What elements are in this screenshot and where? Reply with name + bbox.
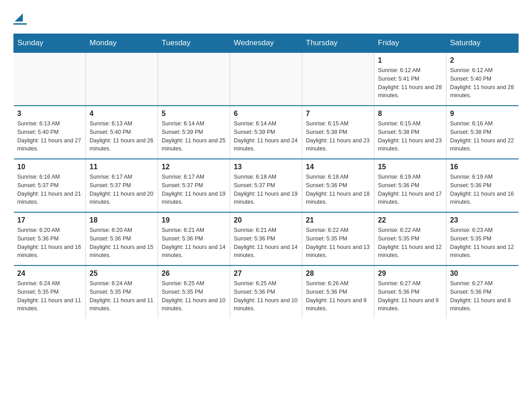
day-number: 1 xyxy=(378,56,442,64)
calendar-cell: 18 Sunrise: 6:20 AMSunset: 5:36 PMDaylig… xyxy=(86,212,158,265)
calendar-cell: 8 Sunrise: 6:15 AMSunset: 5:38 PMDayligh… xyxy=(374,106,446,159)
calendar-week-row: 24 Sunrise: 6:24 AMSunset: 5:35 PMDaylig… xyxy=(14,265,519,318)
calendar-cell xyxy=(158,52,230,106)
day-info: Sunrise: 6:23 AMSunset: 5:35 PMDaylight:… xyxy=(450,226,515,260)
logo xyxy=(13,13,29,25)
calendar-cell xyxy=(230,52,302,106)
day-info: Sunrise: 6:19 AMSunset: 5:36 PMDaylight:… xyxy=(378,173,442,206)
weekday-header-sunday: Sunday xyxy=(14,34,86,53)
day-number: 20 xyxy=(234,216,298,224)
calendar-cell: 1 Sunrise: 6:12 AMSunset: 5:41 PMDayligh… xyxy=(374,52,446,106)
day-info: Sunrise: 6:13 AMSunset: 5:40 PMDaylight:… xyxy=(90,120,154,153)
calendar-cell: 17 Sunrise: 6:20 AMSunset: 5:36 PMDaylig… xyxy=(14,212,86,265)
calendar-cell: 11 Sunrise: 6:17 AMSunset: 5:37 PMDaylig… xyxy=(86,159,158,212)
calendar-cell: 3 Sunrise: 6:13 AMSunset: 5:40 PMDayligh… xyxy=(14,106,86,159)
calendar-cell: 24 Sunrise: 6:24 AMSunset: 5:35 PMDaylig… xyxy=(14,265,86,318)
day-info: Sunrise: 6:26 AMSunset: 5:36 PMDaylight:… xyxy=(306,279,370,313)
day-number: 25 xyxy=(90,270,154,278)
day-number: 28 xyxy=(306,270,370,278)
day-number: 6 xyxy=(234,110,298,118)
day-number: 4 xyxy=(90,110,154,118)
day-info: Sunrise: 6:25 AMSunset: 5:36 PMDaylight:… xyxy=(234,279,298,313)
calendar-cell: 19 Sunrise: 6:21 AMSunset: 5:36 PMDaylig… xyxy=(158,212,230,265)
day-info: Sunrise: 6:14 AMSunset: 5:39 PMDaylight:… xyxy=(234,120,298,153)
day-info: Sunrise: 6:13 AMSunset: 5:40 PMDaylight:… xyxy=(17,120,82,153)
day-number: 21 xyxy=(306,216,370,224)
day-info: Sunrise: 6:22 AMSunset: 5:35 PMDaylight:… xyxy=(378,226,442,260)
calendar-cell: 28 Sunrise: 6:26 AMSunset: 5:36 PMDaylig… xyxy=(302,265,374,318)
calendar-cell: 16 Sunrise: 6:19 AMSunset: 5:36 PMDaylig… xyxy=(446,159,519,212)
calendar-cell xyxy=(14,52,86,106)
day-info: Sunrise: 6:12 AMSunset: 5:40 PMDaylight:… xyxy=(450,66,515,100)
calendar-cell: 6 Sunrise: 6:14 AMSunset: 5:39 PMDayligh… xyxy=(230,106,302,159)
calendar-cell: 29 Sunrise: 6:27 AMSunset: 5:36 PMDaylig… xyxy=(374,265,446,318)
day-info: Sunrise: 6:12 AMSunset: 5:41 PMDaylight:… xyxy=(378,66,442,100)
day-number: 17 xyxy=(17,216,82,224)
calendar-cell: 22 Sunrise: 6:22 AMSunset: 5:35 PMDaylig… xyxy=(374,212,446,265)
day-number: 9 xyxy=(450,110,515,118)
day-number: 8 xyxy=(378,110,442,118)
day-info: Sunrise: 6:17 AMSunset: 5:37 PMDaylight:… xyxy=(162,173,226,206)
day-info: Sunrise: 6:16 AMSunset: 5:38 PMDaylight:… xyxy=(450,120,515,153)
calendar-cell: 14 Sunrise: 6:18 AMSunset: 5:36 PMDaylig… xyxy=(302,159,374,212)
day-info: Sunrise: 6:14 AMSunset: 5:39 PMDaylight:… xyxy=(162,120,226,153)
day-info: Sunrise: 6:27 AMSunset: 5:36 PMDaylight:… xyxy=(450,279,515,313)
day-info: Sunrise: 6:21 AMSunset: 5:36 PMDaylight:… xyxy=(234,226,298,260)
day-number: 15 xyxy=(378,163,442,171)
calendar-cell: 30 Sunrise: 6:27 AMSunset: 5:36 PMDaylig… xyxy=(446,265,519,318)
day-info: Sunrise: 6:18 AMSunset: 5:36 PMDaylight:… xyxy=(306,173,370,206)
day-number: 3 xyxy=(17,110,82,118)
calendar-cell: 21 Sunrise: 6:22 AMSunset: 5:35 PMDaylig… xyxy=(302,212,374,265)
day-number: 27 xyxy=(234,270,298,278)
day-info: Sunrise: 6:16 AMSunset: 5:37 PMDaylight:… xyxy=(17,173,82,206)
day-info: Sunrise: 6:18 AMSunset: 5:37 PMDaylight:… xyxy=(234,173,298,206)
calendar-cell: 25 Sunrise: 6:24 AMSunset: 5:35 PMDaylig… xyxy=(86,265,158,318)
day-number: 19 xyxy=(162,216,226,224)
day-number: 26 xyxy=(162,270,226,278)
day-info: Sunrise: 6:24 AMSunset: 5:35 PMDaylight:… xyxy=(17,279,82,313)
day-number: 13 xyxy=(234,163,298,171)
calendar-cell: 13 Sunrise: 6:18 AMSunset: 5:37 PMDaylig… xyxy=(230,159,302,212)
day-number: 12 xyxy=(162,163,226,171)
calendar-cell: 7 Sunrise: 6:15 AMSunset: 5:38 PMDayligh… xyxy=(302,106,374,159)
calendar-cell: 12 Sunrise: 6:17 AMSunset: 5:37 PMDaylig… xyxy=(158,159,230,212)
calendar-table: SundayMondayTuesdayWednesdayThursdayFrid… xyxy=(13,34,519,318)
day-number: 14 xyxy=(306,163,370,171)
day-number: 23 xyxy=(450,216,515,224)
calendar-week-row: 1 Sunrise: 6:12 AMSunset: 5:41 PMDayligh… xyxy=(14,52,519,106)
day-info: Sunrise: 6:20 AMSunset: 5:36 PMDaylight:… xyxy=(17,226,82,260)
weekday-header-row: SundayMondayTuesdayWednesdayThursdayFrid… xyxy=(14,34,519,53)
calendar-cell: 5 Sunrise: 6:14 AMSunset: 5:39 PMDayligh… xyxy=(158,106,230,159)
day-info: Sunrise: 6:15 AMSunset: 5:38 PMDaylight:… xyxy=(306,120,370,153)
day-number: 16 xyxy=(450,163,515,171)
weekday-header-wednesday: Wednesday xyxy=(230,34,302,53)
day-info: Sunrise: 6:17 AMSunset: 5:37 PMDaylight:… xyxy=(90,173,154,206)
day-number: 11 xyxy=(90,163,154,171)
calendar-cell: 10 Sunrise: 6:16 AMSunset: 5:37 PMDaylig… xyxy=(14,159,86,212)
page-header xyxy=(13,9,519,25)
day-info: Sunrise: 6:21 AMSunset: 5:36 PMDaylight:… xyxy=(162,226,226,260)
day-info: Sunrise: 6:25 AMSunset: 5:35 PMDaylight:… xyxy=(162,279,226,313)
weekday-header-tuesday: Tuesday xyxy=(158,34,230,53)
day-number: 2 xyxy=(450,56,515,64)
weekday-header-friday: Friday xyxy=(374,34,446,53)
calendar-cell: 15 Sunrise: 6:19 AMSunset: 5:36 PMDaylig… xyxy=(374,159,446,212)
day-info: Sunrise: 6:24 AMSunset: 5:35 PMDaylight:… xyxy=(90,279,154,313)
day-info: Sunrise: 6:15 AMSunset: 5:38 PMDaylight:… xyxy=(378,120,442,153)
calendar-cell: 2 Sunrise: 6:12 AMSunset: 5:40 PMDayligh… xyxy=(446,52,519,106)
calendar-week-row: 3 Sunrise: 6:13 AMSunset: 5:40 PMDayligh… xyxy=(14,106,519,159)
calendar-cell: 9 Sunrise: 6:16 AMSunset: 5:38 PMDayligh… xyxy=(446,106,519,159)
calendar-cell: 26 Sunrise: 6:25 AMSunset: 5:35 PMDaylig… xyxy=(158,265,230,318)
calendar-cell: 4 Sunrise: 6:13 AMSunset: 5:40 PMDayligh… xyxy=(86,106,158,159)
day-number: 7 xyxy=(306,110,370,118)
day-number: 5 xyxy=(162,110,226,118)
day-info: Sunrise: 6:27 AMSunset: 5:36 PMDaylight:… xyxy=(378,279,442,313)
day-number: 30 xyxy=(450,270,515,278)
weekday-header-thursday: Thursday xyxy=(302,34,374,53)
calendar-cell xyxy=(86,52,158,106)
day-info: Sunrise: 6:19 AMSunset: 5:36 PMDaylight:… xyxy=(450,173,515,206)
calendar-week-row: 17 Sunrise: 6:20 AMSunset: 5:36 PMDaylig… xyxy=(14,212,519,265)
calendar-cell: 27 Sunrise: 6:25 AMSunset: 5:36 PMDaylig… xyxy=(230,265,302,318)
calendar-cell: 20 Sunrise: 6:21 AMSunset: 5:36 PMDaylig… xyxy=(230,212,302,265)
weekday-header-saturday: Saturday xyxy=(446,34,519,53)
